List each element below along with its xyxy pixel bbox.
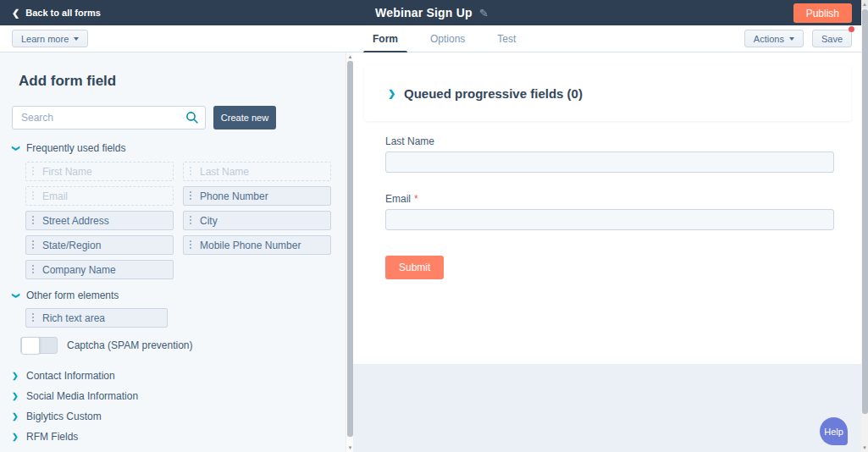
drag-handle-icon: [31, 240, 36, 251]
chip-label: City: [200, 215, 218, 227]
actions-button[interactable]: Actions: [744, 30, 804, 47]
page-scrollbar-thumb[interactable]: [862, 9, 868, 414]
form-title: Webinar Sign Up: [375, 6, 473, 19]
form-title-wrap: Webinar Sign Up ✎: [375, 0, 489, 25]
section-label: Biglytics Custom: [26, 411, 102, 422]
save-button-wrap: Save: [812, 30, 852, 47]
back-to-all-forms-link[interactable]: ❮ Back to all forms: [12, 8, 101, 18]
tab-options-label: Options: [430, 33, 465, 45]
tab-test[interactable]: Test: [487, 25, 526, 52]
publish-button[interactable]: Publish: [793, 3, 852, 23]
drag-handle-icon: [189, 215, 193, 226]
save-button[interactable]: Save: [812, 30, 852, 47]
chevron-right-icon: ❯: [12, 372, 19, 380]
drag-handle-icon: [31, 190, 36, 201]
chevron-right-icon: ❯: [12, 433, 19, 441]
chip-label: First Name: [42, 166, 92, 178]
chevron-right-icon: ❯: [388, 89, 395, 98]
field-chip-email: Email: [25, 186, 174, 206]
field-chip-last-name: Last Name: [183, 162, 331, 181]
unsaved-changes-dot: [849, 26, 854, 32]
field-chip-city[interactable]: City: [183, 211, 331, 230]
help-button[interactable]: Help: [820, 417, 848, 445]
drag-handle-icon: [31, 312, 36, 323]
scroll-up-arrow-icon[interactable]: ▲: [347, 53, 353, 60]
drag-handle-icon: [189, 240, 193, 251]
collapsed-sections: ❯ Contact Information ❯ Social Media Inf…: [0, 366, 346, 452]
chevron-right-icon: ❯: [12, 413, 19, 421]
chip-label: Mobile Phone Number: [200, 240, 301, 251]
drag-handle-icon: [31, 264, 36, 275]
back-link-label: Back to all forms: [25, 8, 101, 18]
section-label: Contact Information: [26, 370, 115, 382]
field-chip-phone-number[interactable]: Phone Number: [183, 186, 331, 206]
search-icon: [185, 111, 199, 124]
sub-toolbar: Learn more Form Options Test Actions Sav…: [0, 25, 868, 52]
create-new-button[interactable]: Create new: [213, 106, 276, 130]
learn-more-label: Learn more: [21, 34, 69, 44]
submit-button[interactable]: Submit: [385, 256, 444, 279]
section-rfm-fields[interactable]: ❯ RFM Fields: [12, 427, 346, 447]
section-label: Social Media Information: [26, 390, 138, 402]
section-label: Other form elements: [26, 289, 119, 301]
element-chip-rich-text-area[interactable]: Rich text area: [25, 308, 168, 328]
section-label: RFM Fields: [26, 431, 78, 443]
chip-label: Street Address: [42, 215, 109, 227]
section-contact-information[interactable]: ❯ Contact Information: [12, 366, 346, 386]
add-field-panel: Add form field Create new ❯ Frequently u…: [0, 52, 346, 452]
panel-scrollbar: ▲ ▼: [346, 52, 353, 452]
field-search-input[interactable]: [12, 106, 206, 130]
queued-progressive-fields-panel[interactable]: ❯ Queued progressive fields (0): [364, 65, 851, 121]
preview-field-label: Last Name: [385, 135, 861, 147]
field-chip-company-name[interactable]: Company Name: [25, 260, 174, 279]
learn-more-button[interactable]: Learn more: [12, 30, 88, 47]
drag-handle-icon: [31, 215, 36, 226]
section-frequently-used-fields[interactable]: ❯ Frequently used fields: [12, 142, 346, 154]
scroll-down-arrow-icon[interactable]: ▼: [347, 444, 353, 451]
section-other-form-elements[interactable]: ❯ Other form elements: [12, 289, 346, 301]
section-social-media-information[interactable]: ❯ Social Media Information: [12, 386, 346, 406]
required-asterisk: *: [414, 193, 418, 205]
tab-form-label: Form: [373, 33, 398, 45]
chip-label: Last Name: [200, 166, 249, 178]
tab-form[interactable]: Form: [362, 25, 408, 52]
field-chip-street-address[interactable]: Street Address: [25, 211, 174, 230]
chip-label: Rich text area: [42, 312, 105, 324]
edit-title-pencil-icon[interactable]: ✎: [479, 7, 489, 19]
scroll-up-arrow-icon[interactable]: ▲: [861, 0, 868, 8]
drag-handle-icon: [31, 166, 36, 177]
field-label-text: Last Name: [385, 135, 434, 147]
tab-options[interactable]: Options: [420, 25, 475, 52]
drag-handle-icon: [189, 166, 193, 177]
toggle-knob: [21, 337, 40, 355]
chip-label: Company Name: [42, 264, 116, 276]
drag-handle-icon: [189, 190, 193, 201]
caret-down-icon: [74, 37, 79, 41]
field-chip-mobile-phone-number[interactable]: Mobile Phone Number: [183, 235, 331, 255]
chip-label: Email: [42, 190, 68, 202]
form-editor-page: ❮ Back to all forms Webinar Sign Up ✎ Pu…: [0, 0, 868, 452]
chevron-right-icon: ❯: [12, 393, 19, 400]
tab-test-label: Test: [497, 33, 516, 45]
section-roi-tracking[interactable]: ❯ ROI Tracking: [12, 447, 346, 452]
section-label: Frequently used fields: [26, 142, 125, 154]
chip-label: Phone Number: [200, 190, 268, 202]
chevron-down-icon: ❯: [12, 292, 19, 299]
captcha-toggle[interactable]: [20, 337, 58, 354]
panel-heading: Add form field: [19, 73, 346, 90]
page-scrollbar: ▲ ▼: [861, 0, 868, 452]
preview-input-email[interactable]: [385, 209, 834, 230]
field-label-text: Email: [385, 193, 411, 205]
section-biglytics-custom[interactable]: ❯ Biglytics Custom: [12, 406, 346, 427]
captcha-label: Captcha (SPAM prevention): [67, 339, 193, 351]
preview-field-label: Email *: [385, 193, 861, 205]
chip-label: State/Region: [42, 240, 101, 251]
preview-input-last-name[interactable]: [385, 152, 834, 173]
search-box: [12, 106, 206, 130]
panel-scrollbar-thumb[interactable]: [347, 61, 353, 437]
scroll-down-arrow-icon[interactable]: ▼: [861, 444, 868, 452]
field-chip-first-name: First Name: [25, 162, 174, 181]
editor-tabs: Form Options Test: [362, 25, 538, 52]
back-chevron-icon: ❮: [12, 8, 19, 18]
field-chip-state-region[interactable]: State/Region: [25, 235, 174, 255]
